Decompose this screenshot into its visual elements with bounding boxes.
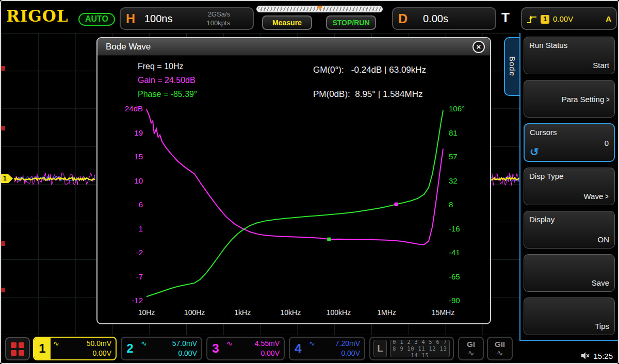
trigger-slope-icon [527, 15, 537, 24]
stop-run-button[interactable]: STOP/RUN [326, 15, 376, 30]
delay-value: 0.00s [423, 13, 448, 25]
menu-item-value: ON [598, 235, 610, 244]
chevron-right-icon: > [605, 192, 608, 201]
gain-tick-label: 19 [107, 128, 143, 137]
gen1-label: GI [459, 340, 483, 349]
loop-icon[interactable]: ↺ [530, 146, 539, 158]
gen1-block[interactable]: GI ∿ [458, 337, 484, 360]
frequency-tick-label: 10kHz [280, 308, 301, 317]
ac-coupling-icon: ∿ [141, 339, 147, 349]
sine-icon: ∿ [488, 349, 512, 357]
menu-item-cursors[interactable]: Cursors ↺ 0 [524, 123, 615, 162]
channel-1-scale: 50.0mV [87, 339, 111, 349]
menu-item-display[interactable]: Display ON [524, 211, 615, 249]
readout-gain: Gain = 24.50dB [138, 76, 196, 85]
acquisition-info: 2GSa/s 100kpts [206, 10, 230, 27]
menu-item-save[interactable]: Save [524, 254, 615, 292]
channel-2-block[interactable]: 2 ∿57.0mV 0.00V [121, 337, 202, 360]
phase-tick-label: 32 [449, 176, 458, 185]
gain-tick-label: 15 [107, 152, 143, 161]
system-time: 15:25 [593, 352, 613, 360]
menu-item-para-setting[interactable]: Para Setting> [524, 80, 615, 118]
rigol-logo: RIGOL [6, 7, 69, 25]
phase-tick-label: -65 [449, 272, 460, 281]
ac-coupling-icon: ∿ [53, 339, 59, 349]
menu-item-value: Start [593, 61, 609, 70]
digital-channel-list: 0 1 2 3 4 5 6 7 8 9 10 11 12 13 14 15 [390, 340, 450, 357]
gain-tick-label: 6 [107, 200, 143, 209]
timebase-value: 100ns [144, 13, 173, 25]
digital-row-2: 8 9 10 11 12 13 14 15 [390, 345, 449, 359]
menu-grid-icon [19, 342, 24, 348]
readout-gain-margin: GM(0°): -0.24dB | 63.09kHz [313, 65, 426, 75]
channel-4-block[interactable]: 4 ∿7.20mV 0.00V [289, 337, 365, 360]
menu-item-label: Para Setting [562, 94, 605, 103]
gain-margin-marker[interactable] [327, 238, 331, 241]
phase-tick-label: -90 [449, 296, 460, 305]
waveform-position-bar[interactable] [256, 6, 383, 12]
phase-tick-label: 8 [449, 200, 453, 209]
mute-icon [581, 352, 590, 360]
chevron-right-icon: > [606, 94, 609, 103]
menu-grid-icon [11, 350, 17, 356]
channel-3-number: 3 [207, 338, 224, 359]
horizontal-settings[interactable]: H 100ns 2GSa/s 100kpts [120, 7, 254, 30]
gain-tick-label: 24dB [107, 104, 143, 113]
frequency-tick-label: 1MHz [377, 308, 396, 317]
channel-3-block[interactable]: 3 ∿4.55mV 0.00V [206, 337, 285, 360]
measure-button[interactable]: Measure [262, 15, 312, 30]
readout-phase: Phase = -85.39° [138, 90, 197, 99]
memory-depth: 100kpts [206, 19, 230, 27]
channel-4-offset: 0.00V [309, 349, 360, 358]
menu-item-disp-type[interactable]: Disp Type Wave> [524, 168, 615, 205]
bode-wave-dialog: Bode Wave × Freq = 10Hz Gain = 24.50dB P… [96, 37, 491, 324]
trigger-position-marker[interactable] [317, 6, 322, 10]
readout-frequency: Freq = 10Hz [138, 62, 183, 71]
gain-tick-label: -12 [107, 296, 143, 305]
menu-item-run-status[interactable]: Run Status Start [524, 37, 615, 74]
left-edge-marker [1, 288, 5, 292]
trigger-level-value: 0.00V [553, 14, 573, 23]
phase-margin-marker[interactable] [395, 203, 398, 206]
channel-1-number: 1 [34, 338, 51, 359]
digital-label: L [373, 340, 387, 357]
delay-settings[interactable]: D 0.00s [392, 7, 496, 30]
bode-plot [146, 109, 443, 301]
trigger-source-badge[interactable]: 1 [541, 15, 549, 24]
channel-2-offset: 0.00V [141, 349, 197, 358]
frequency-tick-label: 10Hz [138, 308, 155, 317]
tab-bode-label: Bode [508, 56, 517, 76]
main-menu-button[interactable] [5, 337, 30, 360]
dialog-title: Bode Wave [106, 42, 151, 52]
delay-label: D [398, 11, 408, 26]
gain-tick-label: 10 [107, 176, 143, 185]
channel-1-block[interactable]: 1 ∿50.0mV 0.00V [33, 337, 117, 360]
trigger-info-box[interactable]: 1 0.00V A [521, 7, 617, 30]
menu-item-value: 0 [605, 138, 609, 147]
left-edge-marker [1, 241, 5, 246]
clock-area: 15:25 [581, 352, 613, 360]
gen2-label: GII [488, 340, 512, 349]
tab-bode[interactable]: Bode [504, 37, 519, 96]
gain-tick-label: -2 [107, 248, 143, 257]
gen2-block[interactable]: GII ∿ [487, 337, 513, 360]
phase-tick-label: 57 [449, 152, 458, 161]
menu-item-label: Disp Type [529, 172, 563, 180]
left-edge-marker [1, 126, 5, 130]
channel-2-scale: 57.0mV [172, 339, 197, 349]
digital-channels-block[interactable]: L 0 1 2 3 4 5 6 7 8 9 10 11 12 13 14 15 [369, 337, 454, 360]
menu-item-tips[interactable]: Tips [524, 297, 615, 335]
menu-item-label: Cursors [530, 128, 557, 137]
channel-3-scale: 4.55mV [255, 339, 280, 349]
top-bar: RIGOL AUTO H 100ns 2GSa/s 100kpts Measur… [1, 1, 618, 33]
dialog-titlebar[interactable]: Bode Wave × [97, 38, 490, 56]
trigger-sweep-mode: A [606, 14, 611, 23]
oscilloscope-screen: RIGOL AUTO H 100ns 2GSa/s 100kpts Measur… [0, 0, 619, 364]
close-button[interactable]: × [473, 41, 485, 53]
frequency-tick-label: 100kHz [327, 308, 351, 317]
sine-icon: ∿ [459, 349, 483, 357]
phase-tick-label: -16 [449, 224, 460, 233]
channel1-marker-label: 1 [3, 175, 7, 182]
sample-rate: 2GSa/s [206, 10, 230, 19]
channel-2-number: 2 [122, 338, 138, 359]
